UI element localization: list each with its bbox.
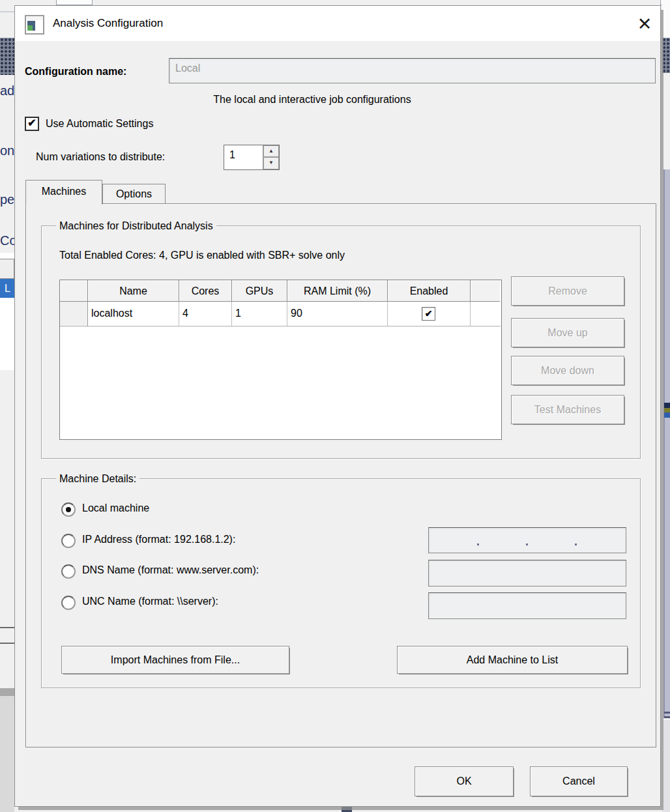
config-subtitle: The local and interactive job configurat…	[170, 93, 454, 107]
cell-enabled: ✔	[388, 302, 471, 326]
column-header-selector	[60, 280, 88, 302]
bg-window-fragment	[56, 0, 93, 5]
radio-unc-name-label: UNC Name (format: \\server):	[82, 594, 218, 609]
cell-name[interactable]: localhost	[88, 302, 179, 326]
radio-dns-name[interactable]	[61, 564, 76, 579]
bg-area-fragment	[662, 0, 670, 38]
bg-texture-band	[662, 38, 670, 73]
num-variations-label: Num variations to distribute:	[36, 150, 165, 164]
config-name-input[interactable]: Local	[169, 58, 656, 83]
auto-settings-label: Use Automatic Settings	[46, 117, 153, 131]
radio-local-machine-label: Local machine	[82, 501, 149, 515]
radio-unc-name[interactable]	[61, 596, 76, 610]
check-icon: ✔	[422, 308, 435, 319]
ip-address-input[interactable]	[428, 527, 626, 553]
machines-table: Name Cores GPUs RAM Limit (%) Enabled lo…	[59, 280, 502, 440]
bg-text-fragment: ad	[0, 83, 14, 98]
bg-text-fragment: Co	[0, 233, 14, 248]
bg-gray-fragment	[0, 688, 14, 696]
column-header-spacer	[471, 280, 500, 302]
column-header-enabled[interactable]: Enabled	[388, 280, 471, 302]
radio-dns-name-label: DNS Name (format: www.server.com):	[82, 563, 259, 577]
test-machines-button[interactable]: Test Machines	[511, 395, 624, 424]
column-header-ram[interactable]: RAM Limit (%)	[287, 280, 388, 302]
tab-machines[interactable]: Machines	[25, 180, 102, 205]
dns-name-input[interactable]	[428, 560, 626, 587]
ip-separator-dot	[526, 544, 528, 545]
cancel-button[interactable]: Cancel	[530, 766, 628, 796]
cell-gpus[interactable]: 1	[232, 302, 287, 326]
bg-scrollbar-fragment	[663, 169, 670, 718]
config-name-label: Configuration name:	[25, 65, 126, 79]
cell-spacer	[471, 302, 501, 326]
check-icon: ✔	[26, 118, 38, 128]
bg-color-fragment	[664, 408, 670, 413]
num-variations-value: 1	[229, 149, 235, 161]
move-down-button[interactable]: Move down	[511, 356, 624, 385]
spin-down-button[interactable]: ▼	[263, 157, 279, 169]
bg-line-fragment	[0, 627, 14, 628]
screen: ad on pe Co L Analysis Configuration ✕ C…	[0, 0, 670, 812]
radio-ip-address[interactable]	[61, 534, 76, 548]
move-up-button[interactable]: Move up	[511, 318, 624, 347]
bg-line-fragment	[0, 643, 14, 644]
total-cores-info: Total Enabled Cores: 4, GPU is enabled w…	[59, 248, 345, 263]
radio-local-machine[interactable]	[61, 502, 76, 517]
ok-button[interactable]: OK	[415, 766, 514, 796]
add-machine-button[interactable]: Add Machine to List	[397, 646, 628, 674]
machines-group-title: Machines for Distributed Analysis	[56, 219, 216, 233]
spin-up-button[interactable]: ▲	[263, 145, 279, 157]
bg-text-fragment: on	[0, 143, 14, 158]
bg-line-fragment	[664, 716, 670, 718]
bg-area-fragment	[0, 696, 14, 812]
enabled-checkbox[interactable]: ✔	[422, 307, 435, 321]
ip-separator-dot	[477, 544, 479, 545]
machine-details-title: Machine Details:	[56, 472, 139, 486]
bg-line-fragment	[664, 712, 670, 714]
radio-ip-address-label: IP Address (format: 192.168.1.2):	[82, 532, 235, 547]
arrow-up-icon: ▲	[269, 148, 274, 154]
bg-color-fragment	[664, 403, 670, 408]
app-icon	[25, 15, 44, 35]
bg-divider	[0, 11, 14, 12]
bg-dark-fragment	[342, 807, 352, 812]
bg-color-fragment	[664, 413, 670, 418]
close-icon[interactable]: ✕	[631, 11, 658, 37]
bg-area-fragment	[662, 720, 670, 812]
title-bar: Analysis Configuration ✕	[15, 6, 660, 41]
cell-ram[interactable]: 90	[287, 302, 388, 326]
column-header-gpus[interactable]: GPUs	[232, 280, 287, 302]
bg-text-fragment: pe	[0, 192, 14, 207]
column-header-name[interactable]: Name	[88, 280, 179, 302]
row-selector[interactable]	[60, 302, 88, 326]
cell-cores[interactable]: 4	[179, 302, 232, 326]
spinner-buttons: ▲ ▼	[263, 145, 279, 169]
num-variations-stepper[interactable]: 1 ▲ ▼	[224, 145, 280, 170]
dialog-title: Analysis Configuration	[53, 15, 163, 32]
bg-texture-band	[0, 38, 14, 75]
column-header-cores[interactable]: Cores	[179, 280, 232, 302]
arrow-down-icon: ▼	[269, 160, 274, 166]
config-name-value: Local	[175, 63, 200, 74]
remove-button[interactable]: Remove	[511, 276, 624, 306]
ip-separator-dot	[575, 544, 577, 545]
auto-settings-checkbox[interactable]: ✔	[25, 117, 39, 131]
bg-table-header-fragment	[0, 259, 14, 279]
tab-options[interactable]: Options	[102, 184, 166, 205]
analysis-configuration-dialog: Analysis Configuration ✕ Configuration n…	[14, 5, 661, 807]
import-machines-button[interactable]: Import Machines from File...	[61, 646, 289, 674]
unc-name-input[interactable]	[428, 592, 626, 619]
